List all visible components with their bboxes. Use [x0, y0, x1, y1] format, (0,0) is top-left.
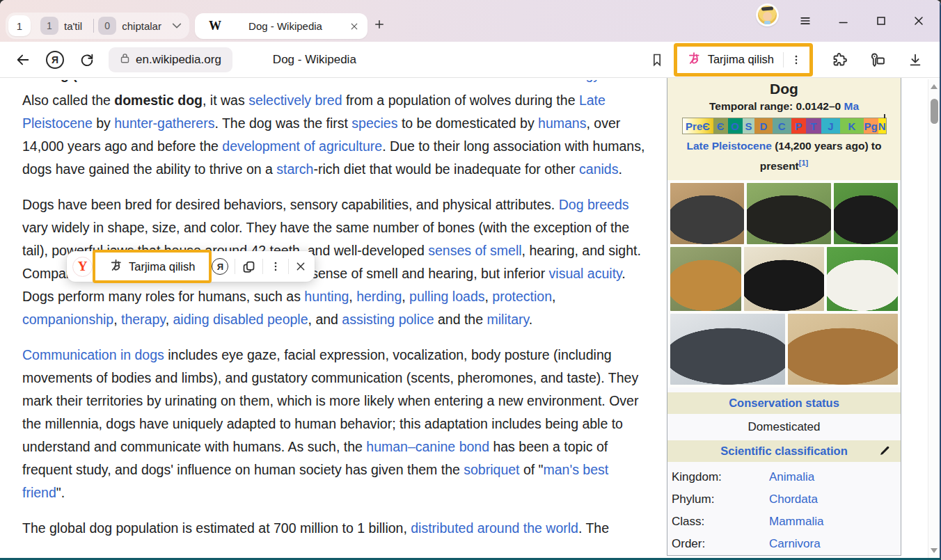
timescale-segment-K[interactable]: K — [840, 118, 864, 134]
wiki-link[interactable]: human–canine bond — [366, 439, 489, 454]
reference-link[interactable]: [1] — [799, 159, 808, 167]
address-bar[interactable]: en.wikipedia.org — [109, 47, 232, 72]
dog-photo-black-white-dog-field[interactable] — [747, 183, 830, 244]
window-maximize-button[interactable] — [874, 14, 888, 28]
article-body: g (gy Also called the domestic dog, it w… — [22, 80, 649, 552]
scrollbar-thumb[interactable] — [931, 99, 938, 124]
timescale-segment-N[interactable]: N — [878, 118, 886, 134]
selection-more-icon[interactable] — [269, 260, 282, 273]
groups-chevron-down-icon[interactable] — [171, 22, 182, 30]
timescale-segment-O[interactable]: O — [728, 118, 743, 134]
timescale-segment-Pg[interactable]: Pg — [864, 118, 878, 134]
classification-value-link[interactable]: Chordata — [769, 493, 818, 506]
wiki-link[interactable]: humans — [538, 115, 586, 131]
selection-translate-label: Tarjima qilish — [129, 260, 195, 273]
wiki-link[interactable]: sobriquet — [464, 462, 519, 477]
wiki-link[interactable]: Communication in dogs — [22, 347, 164, 362]
wiki-link[interactable]: herding — [356, 289, 402, 304]
timescale-segment-J[interactable]: J — [821, 118, 840, 134]
wiki-link[interactable]: hunting — [304, 289, 349, 304]
wiki-link[interactable]: canids — [579, 161, 618, 177]
yandex-button[interactable]: Я — [46, 51, 64, 69]
back-button[interactable] — [15, 52, 31, 67]
window-close-button[interactable] — [912, 14, 926, 28]
browser-menu-icon[interactable] — [798, 14, 812, 28]
page-scrollbar[interactable] — [928, 79, 940, 558]
selection-translate-highlight: Tarjima qilish — [93, 250, 212, 283]
wiki-link[interactable]: pulling loads — [409, 289, 484, 304]
search-in-yandex-icon[interactable]: Я — [212, 258, 228, 275]
dog-photo-dog-with-puppies-sand[interactable] — [788, 314, 898, 385]
bookmark-icon[interactable] — [650, 52, 664, 67]
extensions-puzzle-icon[interactable] — [831, 51, 848, 68]
timescale-segment-S[interactable]: S — [743, 118, 755, 134]
text: , — [349, 289, 356, 304]
text: g ( — [61, 80, 77, 86]
translate-button[interactable]: Tarjima qilish — [677, 47, 809, 73]
wiki-link[interactable]: aiding disabled people — [173, 312, 308, 327]
password-manager-icon[interactable] — [869, 51, 887, 68]
dog-photo-jack-russell-terrier[interactable] — [827, 247, 898, 311]
wiki-link[interactable]: species — [351, 115, 397, 131]
timescale-segment-D[interactable]: D — [754, 118, 772, 134]
text: ". — [56, 485, 65, 500]
wiki-link[interactable]: starch — [276, 161, 313, 177]
wiki-link[interactable]: gy — [585, 80, 600, 86]
copy-icon[interactable] — [242, 259, 256, 274]
wiki-link[interactable]: protection — [492, 289, 552, 304]
wiki-link[interactable]: companionship — [22, 312, 113, 327]
timescale-segment-PreЄ[interactable]: PreЄ — [683, 118, 713, 134]
conservation-status-value: Domesticated — [667, 414, 901, 435]
classification-label: Phylum: — [672, 493, 769, 506]
text: Dogs have been bred for desired behavior… — [22, 197, 559, 212]
scientific-classification-header: Scientific classification — [667, 440, 901, 462]
tab-close-icon[interactable] — [349, 22, 359, 31]
timescale-segment-P[interactable]: P — [791, 118, 806, 134]
temporal-range-detail: Late Pleistocene (14,200 years ago) to p… — [680, 138, 889, 175]
wiki-link[interactable]: selectively bred — [248, 93, 342, 108]
wiki-link[interactable]: visual acuity — [549, 266, 622, 281]
wiki-link[interactable]: military — [487, 312, 528, 327]
ma-link[interactable]: Ma — [844, 100, 860, 112]
wiki-link[interactable]: Late Pleistocene — [687, 140, 772, 152]
edit-pencil-icon[interactable] — [879, 445, 891, 456]
downloads-icon[interactable] — [908, 52, 923, 67]
wiki-link[interactable]: distributed around the world — [411, 520, 578, 536]
wiki-link[interactable]: assisting police — [342, 312, 434, 327]
selection-translate-button[interactable]: Tarjima qilish — [101, 253, 203, 280]
first-line-row: g (gy — [22, 80, 600, 86]
timescale-segment-T[interactable]: T — [806, 118, 821, 134]
new-tab-button[interactable] — [373, 18, 386, 31]
timescale-segment-Є[interactable]: Є — [713, 118, 728, 134]
reload-button[interactable] — [79, 52, 95, 67]
wiki-link[interactable]: therapy — [121, 312, 166, 327]
classification-value-link[interactable]: Mammalia — [769, 515, 823, 529]
dog-photo-herding-dog-running[interactable] — [670, 183, 744, 244]
scroll-down-arrow[interactable] — [931, 548, 938, 553]
dog-photo-golden-retriever-water[interactable] — [670, 247, 741, 311]
active-tab-group-button[interactable]: 1 — [8, 15, 31, 36]
wiki-link[interactable]: hunter-gatherers — [114, 115, 214, 131]
timescale-bar: PreЄЄOSDCPTJKPgN — [682, 118, 887, 134]
classification-value-link[interactable]: Carnivora — [769, 537, 821, 551]
dog-photo-japanese-chin-grass[interactable] — [834, 183, 898, 244]
conservation-status-link[interactable]: Conservation status — [729, 397, 839, 409]
timescale-segment-C[interactable]: C — [773, 118, 791, 134]
classification-value-link[interactable]: Animalia — [769, 470, 814, 484]
wiki-link[interactable]: senses of smell — [428, 243, 521, 258]
tab-dog-wikipedia[interactable]: W Dog - Wikipedia — [195, 13, 367, 39]
wiki-link[interactable]: Dog breeds — [559, 197, 629, 212]
profile-avatar[interactable] — [756, 3, 779, 26]
dog-photo-black-dog-snow[interactable] — [744, 247, 825, 311]
tab-group-tatil[interactable]: 1 ta'til — [40, 17, 82, 35]
window-minimize-button[interactable] — [837, 14, 851, 28]
scientific-classification-link[interactable]: Scientific classification — [720, 445, 847, 457]
dog-photo-sled-dogs-snow[interactable] — [670, 314, 785, 385]
yandex-logo-icon[interactable]: Y — [72, 257, 93, 277]
group-divider — [93, 19, 94, 33]
selection-close-icon[interactable] — [295, 261, 306, 272]
wiki-link[interactable]: development of agriculture — [222, 138, 382, 154]
tab-group-chiptalar[interactable]: 0 chiptalar — [98, 17, 161, 35]
scroll-up-arrow[interactable] — [931, 84, 938, 89]
translate-more-icon[interactable] — [790, 54, 802, 66]
